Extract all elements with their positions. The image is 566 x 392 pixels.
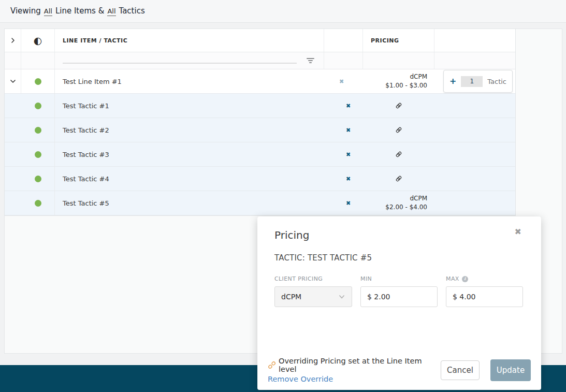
status-header-cell: ◐ xyxy=(21,29,55,52)
filter-cell-status xyxy=(21,52,55,69)
line-item-pricing[interactable]: dCPM $1.00 - $3.00 xyxy=(363,72,434,90)
name-header-cell: LINE ITEM / TACTIC xyxy=(55,29,324,52)
tactics-filter-dropdown[interactable]: All xyxy=(107,8,115,16)
remove-line-item-icon[interactable]: ✖ xyxy=(339,79,344,84)
remove-cell: ✖ xyxy=(324,69,363,93)
tactic-row: Test Tactic #2 ✖ xyxy=(5,118,515,142)
expand-cell xyxy=(5,167,21,191)
override-warning-text: Overriding Pricing set at the Line Item … xyxy=(279,357,441,373)
status-dot-icon xyxy=(35,200,41,207)
max-input[interactable] xyxy=(446,286,523,307)
pricing-form: CLIENT PRICING dCPM MIN MAX i xyxy=(274,275,523,307)
tactic-name: Test Tactic #5 xyxy=(55,199,109,207)
remove-tactic-icon[interactable]: ✖ xyxy=(346,200,351,206)
unlink-icon xyxy=(268,361,276,369)
status-cell xyxy=(21,118,55,142)
pricing-header-cell: PRICING xyxy=(363,29,434,52)
pricing-range: $1.00 - $3.00 xyxy=(363,81,427,90)
expand-all-header-cell[interactable] xyxy=(5,29,21,52)
remove-tactic-icon[interactable]: ✖ xyxy=(346,176,351,182)
pricing-modal: Pricing ✖ TACTIC: TEST TACTIC #5 CLIENT … xyxy=(257,216,541,390)
remove-cell: ✖ xyxy=(324,118,363,142)
status-dot-icon xyxy=(35,151,41,158)
remove-tactic-icon[interactable]: ✖ xyxy=(346,103,351,109)
override-warning-block: Overriding Pricing set at the Line Item … xyxy=(268,357,441,383)
tactic-row-selected: Test Tactic #5 ✖ dCPM $2.00 - $4.00 xyxy=(5,191,515,215)
line-items-filter-dropdown[interactable]: All xyxy=(44,8,52,16)
remove-override-link[interactable]: Remove Override xyxy=(268,375,441,383)
status-dot-icon xyxy=(35,103,41,109)
add-tactic-button[interactable]: + 1 Tactic xyxy=(443,70,513,93)
line-item-name: Test Line Item #1 xyxy=(55,78,122,85)
tactic-name: Test Tactic #3 xyxy=(55,151,109,158)
remove-cell: ✖ xyxy=(324,167,363,191)
remove-tactic-icon[interactable]: ✖ xyxy=(346,127,351,133)
pricing-cell xyxy=(363,142,434,166)
close-icon[interactable]: ✖ xyxy=(515,228,521,236)
table-header-row: ◐ LINE ITEM / TACTIC PRICING xyxy=(5,29,515,52)
filter-cell-expand xyxy=(5,52,21,69)
inherited-pricing-link-icon[interactable] xyxy=(395,151,402,158)
expand-cell xyxy=(5,118,21,142)
name-cell: Test Tactic #2 xyxy=(55,118,324,142)
view-filter-bar: Viewing All Line Items & All Tactics xyxy=(0,0,566,23)
name-cell: Test Tactic #5 xyxy=(55,191,324,215)
actions-cell xyxy=(434,94,515,118)
pricing-cell xyxy=(363,118,434,142)
viewing-segment-tactics: Tactics xyxy=(119,6,145,16)
pricing-cell xyxy=(363,94,434,118)
client-pricing-label: CLIENT PRICING xyxy=(274,275,352,282)
status-cell xyxy=(21,142,55,166)
modal-title: Pricing xyxy=(274,229,523,241)
plus-icon: + xyxy=(449,77,456,85)
pricing-type: dCPM xyxy=(363,194,427,203)
half-circle-icon: ◐ xyxy=(34,36,42,46)
status-dot-icon xyxy=(35,78,41,85)
filter-icon[interactable] xyxy=(306,58,314,64)
viewing-segment-line-items: Line Items & xyxy=(55,6,104,16)
min-input[interactable] xyxy=(360,286,438,307)
client-pricing-select[interactable]: dCPM xyxy=(274,286,352,307)
actions-cell xyxy=(434,191,515,215)
name-cell: Test Tactic #3 xyxy=(55,142,324,166)
info-icon[interactable]: i xyxy=(462,276,468,282)
max-field: MAX i xyxy=(446,275,523,307)
pricing-header: PRICING xyxy=(363,37,399,44)
status-cell xyxy=(21,167,55,191)
filter-cell-name xyxy=(55,52,324,69)
expand-cell xyxy=(5,94,21,118)
tactic-count-input[interactable]: 1 xyxy=(461,76,483,87)
name-filter-input[interactable] xyxy=(63,55,297,64)
tactic-unit-label: Tactic xyxy=(487,78,506,85)
remove-header-cell xyxy=(324,29,363,52)
actions-cell xyxy=(434,118,515,142)
status-cell xyxy=(21,94,55,118)
min-label: MIN xyxy=(360,275,438,282)
cancel-button[interactable]: Cancel xyxy=(441,360,480,380)
tactic-row: Test Tactic #3 ✖ xyxy=(5,142,515,167)
remove-tactic-icon[interactable]: ✖ xyxy=(346,152,351,157)
inherited-pricing-link-icon[interactable] xyxy=(395,175,402,182)
inherited-pricing-link-icon[interactable] xyxy=(395,126,402,134)
actions-cell xyxy=(434,142,515,166)
status-dot-icon xyxy=(35,127,41,134)
chevron-down-icon[interactable] xyxy=(9,78,17,85)
line-item-tactic-header: LINE ITEM / TACTIC xyxy=(55,37,127,44)
tactic-row: Test Tactic #4 ✖ xyxy=(5,167,515,191)
remove-cell: ✖ xyxy=(324,94,363,118)
viewing-label: Viewing xyxy=(10,6,41,16)
pricing-cell xyxy=(363,167,434,191)
override-warning: Overriding Pricing set at the Line Item … xyxy=(268,357,441,373)
tactic-pricing-override[interactable]: dCPM $2.00 - $4.00 xyxy=(363,194,434,212)
update-button[interactable]: Update xyxy=(490,359,531,381)
modal-buttons: Cancel Update xyxy=(441,359,531,381)
client-pricing-field: CLIENT PRICING dCPM xyxy=(274,275,352,307)
actions-header-cell xyxy=(434,29,515,52)
inherited-pricing-link-icon[interactable] xyxy=(395,102,402,109)
actions-cell: + 1 Tactic xyxy=(434,69,515,93)
expand-cell xyxy=(5,142,21,166)
chevron-right-icon[interactable] xyxy=(10,37,16,43)
filter-cell-pricing xyxy=(363,52,434,69)
table-filter-row xyxy=(5,52,515,69)
line-items-table: ◐ LINE ITEM / TACTIC PRICING xyxy=(4,28,516,216)
